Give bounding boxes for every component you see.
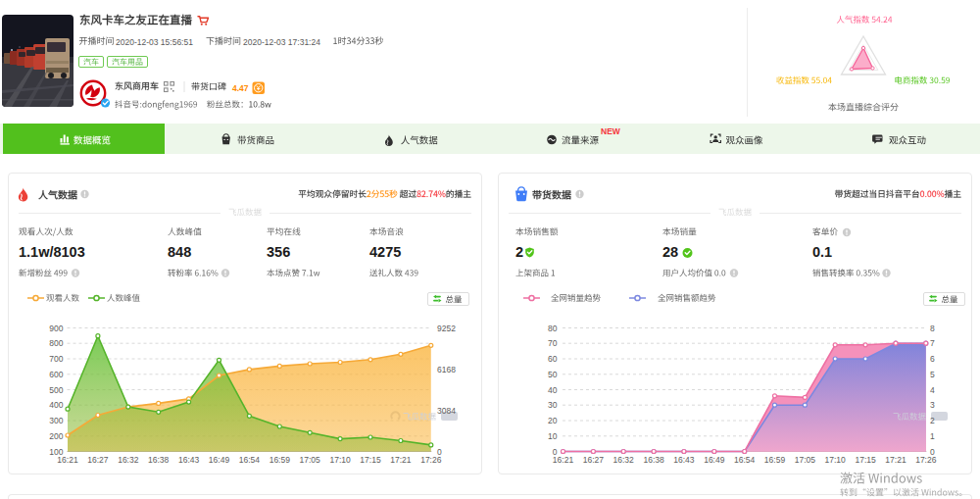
svg-text:16:32: 16:32 <box>613 455 635 465</box>
svg-text:16:27: 16:27 <box>87 455 109 465</box>
svg-text:16:54: 16:54 <box>239 455 261 465</box>
svg-text:800: 800 <box>49 338 63 348</box>
svg-text:4: 4 <box>930 385 935 395</box>
svg-text:16:43: 16:43 <box>673 455 695 465</box>
svg-text:500: 500 <box>49 385 63 395</box>
svg-text:200: 200 <box>49 431 63 441</box>
svg-text:17:26: 17:26 <box>420 455 442 465</box>
svg-text:17:21: 17:21 <box>885 455 906 465</box>
svg-text:50: 50 <box>548 370 558 379</box>
svg-text:40: 40 <box>548 385 558 395</box>
svg-text:6168: 6168 <box>437 365 456 374</box>
svg-text:10: 10 <box>548 431 558 441</box>
svg-text:16:21: 16:21 <box>57 455 78 465</box>
svg-text:6: 6 <box>930 354 935 364</box>
svg-text:16:32: 16:32 <box>118 455 139 465</box>
svg-text:900: 900 <box>49 324 63 333</box>
svg-text:16:59: 16:59 <box>270 455 291 465</box>
svg-text:3084: 3084 <box>437 406 456 416</box>
svg-text:16:21: 16:21 <box>553 455 574 465</box>
svg-text:2: 2 <box>930 416 935 425</box>
svg-text:300: 300 <box>49 416 63 425</box>
svg-text:17:10: 17:10 <box>825 455 847 465</box>
svg-text:7: 7 <box>930 338 935 348</box>
svg-text:70: 70 <box>548 338 558 348</box>
svg-text:16:43: 16:43 <box>178 455 200 465</box>
svg-text:16:38: 16:38 <box>643 455 664 465</box>
svg-text:1: 1 <box>930 431 935 441</box>
svg-text:700: 700 <box>49 354 63 364</box>
svg-text:80: 80 <box>548 324 558 333</box>
svg-text:17:21: 17:21 <box>390 455 412 465</box>
svg-text:400: 400 <box>49 400 63 410</box>
svg-text:3: 3 <box>930 400 935 410</box>
svg-text:17:26: 17:26 <box>915 455 937 465</box>
svg-text:16:38: 16:38 <box>148 455 170 465</box>
svg-text:30: 30 <box>548 400 558 410</box>
svg-text:60: 60 <box>548 354 558 364</box>
svg-text:16:59: 16:59 <box>764 455 786 465</box>
svg-text:9252: 9252 <box>437 324 456 333</box>
svg-text:20: 20 <box>548 416 558 425</box>
svg-text:17:10: 17:10 <box>329 455 351 465</box>
svg-text:16:49: 16:49 <box>704 455 725 465</box>
svg-text:8: 8 <box>930 324 935 333</box>
svg-text:600: 600 <box>49 370 63 379</box>
svg-text:5: 5 <box>930 370 935 379</box>
svg-text:16:49: 16:49 <box>209 455 230 465</box>
svg-text:17:05: 17:05 <box>795 455 816 465</box>
svg-text:17:15: 17:15 <box>855 455 876 465</box>
svg-text:16:54: 16:54 <box>734 455 756 465</box>
svg-text:17:05: 17:05 <box>300 455 321 465</box>
svg-text:17:15: 17:15 <box>360 455 381 465</box>
svg-text:16:27: 16:27 <box>583 455 605 465</box>
